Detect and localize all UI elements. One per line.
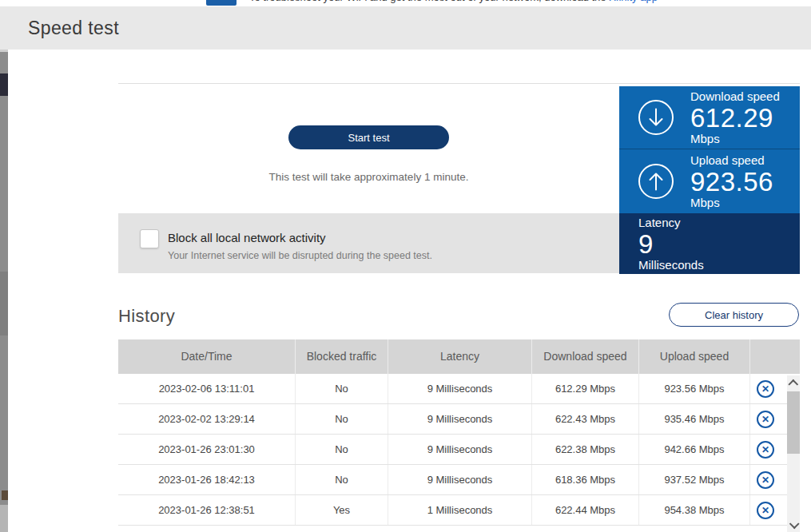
app-icon [206, 0, 237, 6]
cell-latency: 1 Milliseconds [388, 495, 532, 525]
cell-upload-speed: 942.66 Mbps [639, 435, 750, 464]
delete-entry-button x-circle-icon[interactable]: ✕ [757, 471, 774, 489]
cell-upload-speed: 937.52 Mbps [639, 465, 750, 494]
test-duration-note: This test will take approximately 1 minu… [118, 171, 619, 183]
page-header: Speed test [0, 6, 811, 50]
sidebar-edge-strip [0, 50, 8, 532]
cell-blocked-traffic: Yes [296, 495, 388, 525]
column-header-upload-speed: Upload speed [639, 339, 750, 374]
cell-blocked-traffic: No [296, 465, 388, 494]
block-traffic-panel: Block all local network activity Your In… [118, 213, 619, 273]
speed-test-page: To troubleshoot your WiFi and get the mo… [0, 0, 811, 532]
scrollbar-up-arrow-icon[interactable] [787, 377, 800, 390]
results-panel: Download speed 612.29 Mbps Upload speed … [619, 86, 800, 274]
latency-box: Latency 9 Milliseconds [619, 213, 800, 274]
cell-download-speed: 618.36 Mbps [532, 465, 639, 494]
cell-datetime: 2023-01-26 18:42:13 [118, 465, 296, 494]
cell-upload-speed: 954.38 Mbps [639, 495, 750, 525]
cell-download-speed: 622.43 Mbps [532, 404, 639, 434]
sidebar-edge-icon [0, 73, 8, 96]
delete-entry-button x-circle-icon[interactable]: ✕ [757, 441, 774, 459]
cell-latency: 9 Milliseconds [388, 435, 532, 464]
history-table-body: 2023-02-06 13:11:01 No 9 Milliseconds 61… [118, 374, 800, 526]
scrollbar-down-arrow-icon[interactable] [787, 518, 800, 530]
cell-datetime: 2023-02-06 13:11:01 [118, 374, 296, 403]
block-traffic-label: Block all local network activity [168, 231, 326, 244]
download-speed-unit: Mbps [690, 132, 780, 146]
cell-blocked-traffic: No [296, 435, 388, 464]
cell-download-speed: 622.38 Mbps [532, 435, 639, 464]
section-divider [118, 83, 800, 84]
table-scrollbar[interactable] [787, 375, 800, 532]
latency-label: Latency [638, 216, 704, 230]
column-header-download-speed: Download speed [532, 339, 639, 374]
history-title: History [118, 306, 175, 327]
cell-latency: 9 Milliseconds [388, 374, 532, 403]
column-header-datetime: Date/Time [118, 339, 296, 374]
cell-blocked-traffic: No [296, 374, 388, 403]
block-traffic-sublabel: Your Internet service will be disrupted … [168, 250, 432, 261]
table-row: 2023-01-26 18:42:13 No 9 Milliseconds 61… [118, 465, 800, 495]
cell-blocked-traffic: No [296, 404, 388, 434]
upload-speed-box: Upload speed 923.56 Mbps [619, 149, 800, 213]
cell-upload-speed: 935.46 Mbps [639, 404, 750, 434]
table-row: 2023-02-02 13:29:14 No 9 Milliseconds 62… [118, 404, 800, 435]
history-table-header: Date/Time Blocked traffic Latency Downlo… [118, 339, 800, 374]
sidebar-edge-segment [0, 272, 8, 335]
cell-download-speed: 612.29 Mbps [532, 374, 639, 403]
clear-history-button[interactable]: Clear history [669, 303, 799, 327]
page-title: Speed test [28, 6, 119, 50]
sidebar-edge-mark [2, 490, 8, 500]
banner-message: To troubleshoot your WiFi and get the mo… [249, 0, 606, 3]
download-speed-value: 612.29 [690, 104, 780, 132]
upload-speed-unit: Mbps [690, 196, 773, 210]
arrow-down-circle-icon [638, 99, 674, 136]
column-header-latency: Latency [388, 339, 532, 374]
delete-entry-button x-circle-icon[interactable]: ✕ [757, 502, 774, 519]
upload-speed-label: Upload speed [690, 153, 773, 168]
banner-text: To troubleshoot your WiFi and get the mo… [249, 0, 658, 3]
delete-entry-button x-circle-icon[interactable]: ✕ [757, 380, 774, 398]
arrow-up-circle-icon [638, 163, 674, 200]
start-test-button[interactable]: Start test [288, 125, 449, 149]
cell-download-speed: 622.44 Mbps [532, 495, 639, 525]
sidebar-edge-segment [0, 50, 8, 52]
cell-upload-speed: 923.56 Mbps [639, 374, 750, 403]
table-row: 2023-02-06 13:11:01 No 9 Milliseconds 61… [118, 374, 800, 404]
cell-latency: 9 Milliseconds [388, 404, 532, 434]
cell-latency: 9 Milliseconds [388, 465, 532, 494]
download-speed-box: Download speed 612.29 Mbps [619, 86, 800, 149]
latency-unit: Milliseconds [638, 258, 704, 272]
cell-datetime: 2023-01-26 12:38:51 [118, 495, 296, 525]
block-traffic-checkbox[interactable] [140, 229, 159, 248]
column-header-blocked-traffic: Blocked traffic [296, 339, 388, 374]
banner-link[interactable]: Xfinity app [609, 0, 658, 3]
cell-datetime: 2023-02-02 13:29:14 [118, 404, 296, 434]
download-speed-label: Download speed [690, 89, 780, 104]
table-row: 2023-01-26 23:01:30 No 9 Milliseconds 62… [118, 435, 800, 465]
table-row: 2023-01-26 12:38:51 Yes 1 Milliseconds 6… [118, 495, 800, 526]
history-table: Date/Time Blocked traffic Latency Downlo… [118, 339, 800, 526]
latency-value: 9 [638, 230, 704, 258]
sidebar-edge-segment [0, 505, 8, 532]
upload-speed-value: 923.56 [690, 168, 773, 196]
scrollbar-thumb[interactable] [787, 391, 800, 454]
cell-datetime: 2023-01-26 23:01:30 [118, 435, 296, 464]
top-banner-clipped: To troubleshoot your WiFi and get the mo… [0, 0, 811, 6]
delete-entry-button x-circle-icon[interactable]: ✕ [757, 411, 774, 428]
column-header-actions [750, 339, 800, 374]
